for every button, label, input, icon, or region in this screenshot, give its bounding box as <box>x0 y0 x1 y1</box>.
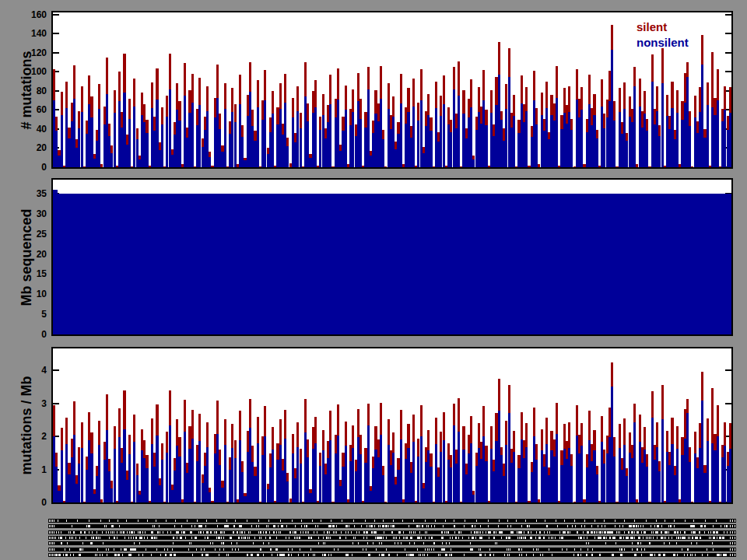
sample-track-row <box>48 548 736 551</box>
sample-track-row <box>48 553 736 557</box>
y-tick-label: 15 <box>0 268 47 279</box>
mutation-rate-bar-chart <box>53 348 731 502</box>
legend-item-nonsilent: nonsilent <box>637 36 689 49</box>
y-tick-label: 0 <box>0 329 47 340</box>
y-tick-label: 30 <box>0 208 47 219</box>
mb-sequenced-bar-chart <box>53 180 731 334</box>
y-tick-label: 160 <box>0 9 47 20</box>
y-tick-label: 25 <box>0 229 47 240</box>
y-tick-label: 80 <box>0 86 47 96</box>
y-tick-label: 60 <box>0 104 47 115</box>
figure-background: # mutations Mb sequenced mutations / Mb … <box>0 0 747 560</box>
y-tick-label: 1 <box>0 464 47 475</box>
mutations-bar-chart <box>53 12 731 167</box>
chart-panel-mb-sequenced <box>51 178 733 336</box>
y-tick-label: 100 <box>0 66 47 77</box>
y-tick-label: 35 <box>0 188 47 199</box>
y-tick-label: 5 <box>0 309 47 320</box>
y-tick-label: 120 <box>0 47 47 58</box>
y-tick-label: 20 <box>0 249 47 260</box>
sample-track-row <box>48 541 736 545</box>
chart-panel-mutation-rate <box>51 347 733 504</box>
sample-track-row <box>48 536 736 540</box>
y-tick-label: 10 <box>0 289 47 299</box>
y-tick-label: 3 <box>0 398 47 409</box>
sample-track-row <box>48 524 736 528</box>
y-tick-label: 140 <box>0 28 47 39</box>
sample-track-row <box>48 519 736 523</box>
y-tick-label: 40 <box>0 124 47 135</box>
y-tick-label: 4 <box>0 365 47 376</box>
chart-panel-mutations <box>51 11 733 169</box>
sample-track-row <box>48 530 736 534</box>
y-tick-label: 0 <box>0 162 47 173</box>
y-tick-label: 0 <box>0 497 47 508</box>
y-tick-label: 2 <box>0 431 47 442</box>
legend-item-silent: silent <box>637 20 667 33</box>
y-tick-label: 20 <box>0 142 47 153</box>
